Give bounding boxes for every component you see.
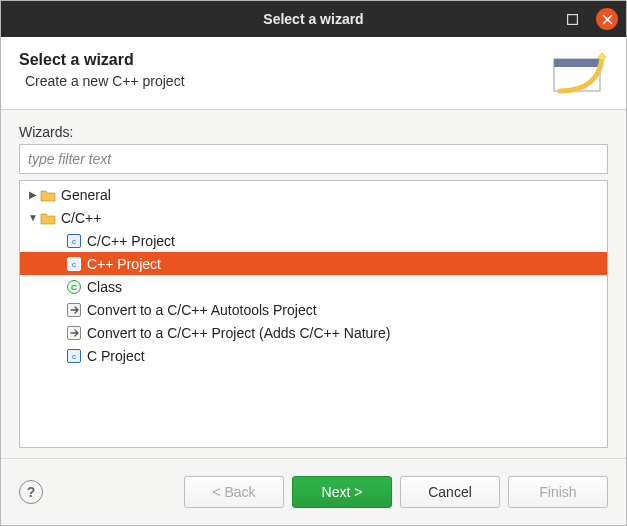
tree-item-label: C/C++ [60,210,101,226]
tree-item-ccpp-project[interactable]: c C/C++ Project [20,229,607,252]
tree-item-label: Convert to a C/C++ Autotools Project [86,302,317,318]
tree-item-label: C/C++ Project [86,233,175,249]
maximize-icon [567,14,578,25]
wizard-tree[interactable]: ▶ General▼ C/C++ c C/C++ Project c C++ P… [19,180,608,448]
tree-item-class[interactable]: C Class [20,275,607,298]
class-icon: C [66,279,82,295]
tree-item-conv-cnature[interactable]: Convert to a C/C++ Project (Adds C/C++ N… [20,321,607,344]
banner-subtitle: Create a new C++ project [25,73,185,89]
tree-item-label: C++ Project [86,256,161,272]
footer: ? < Back Next > Cancel Finish [1,458,626,525]
svg-rect-0 [567,14,577,24]
svg-text:c: c [72,352,76,361]
window-controls [562,1,618,37]
tree-item-label: C Project [86,348,145,364]
banner-text: Select a wizard Create a new C++ project [19,51,185,89]
tree-item-cpp-project[interactable]: c C++ Project [20,252,607,275]
banner-heading: Select a wizard [19,51,185,69]
close-button[interactable] [596,8,618,30]
tree-item-label: General [60,187,111,203]
convert-icon [66,325,82,341]
close-icon [602,14,613,25]
collapse-icon[interactable]: ▼ [26,212,40,223]
svg-text:c: c [72,237,76,246]
content-area: Wizards: ▶ General▼ C/C++ c C/C++ Projec… [1,110,626,458]
help-button[interactable]: ? [19,480,43,504]
tree-item-label: Convert to a C/C++ Project (Adds C/C++ N… [86,325,390,341]
folder-icon [40,187,56,203]
filter-input[interactable] [19,144,608,174]
cancel-button[interactable]: Cancel [400,476,500,508]
folder-icon [40,210,56,226]
back-button[interactable]: < Back [184,476,284,508]
tree-item-label: Class [86,279,122,295]
tree-item-general[interactable]: ▶ General [20,183,607,206]
maximize-button[interactable] [562,9,582,29]
svg-rect-4 [554,59,600,67]
finish-button[interactable]: Finish [508,476,608,508]
convert-icon [66,302,82,318]
tree-item-ccpp[interactable]: ▼ C/C++ [20,206,607,229]
help-icon: ? [27,484,36,500]
window-title: Select a wizard [263,11,363,27]
wizard-banner-icon [552,51,608,95]
svg-text:c: c [72,260,76,269]
project-icon: c [66,233,82,249]
wizards-label: Wizards: [19,124,608,140]
project-icon: c [66,348,82,364]
next-button[interactable]: Next > [292,476,392,508]
titlebar: Select a wizard [1,1,626,37]
banner: Select a wizard Create a new C++ project [1,37,626,110]
tree-item-c-project[interactable]: c C Project [20,344,607,367]
svg-text:C: C [71,283,77,292]
dialog-window: Select a wizard Select a wizard Create a… [0,0,627,526]
expand-icon[interactable]: ▶ [26,189,40,200]
tree-item-conv-autotools[interactable]: Convert to a C/C++ Autotools Project [20,298,607,321]
project-icon: c [66,256,82,272]
